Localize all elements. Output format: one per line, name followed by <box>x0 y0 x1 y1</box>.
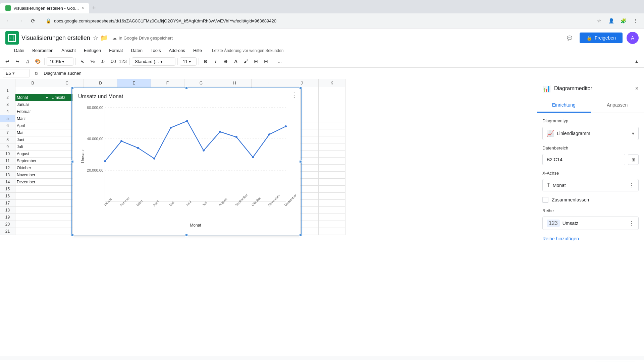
row-header-10[interactable]: 10 <box>0 150 15 158</box>
row-header-8[interactable]: 8 <box>0 136 15 143</box>
menu-item-hilfe[interactable]: Hilfe <box>190 47 205 54</box>
row-header-18[interactable]: 18 <box>0 207 15 214</box>
reihe-row[interactable]: 123 Umsatz ⋮ <box>542 217 639 230</box>
row-header-21[interactable]: 21 <box>0 228 15 235</box>
cell-b7[interactable]: Mai <box>15 129 50 136</box>
highlight-color-button[interactable]: 🖌 <box>241 57 251 66</box>
reload-button[interactable]: ⟳ <box>28 16 38 25</box>
font-size-selector[interactable]: 11 ▾ <box>180 57 197 66</box>
cell-b2-header[interactable]: Monat ▼ <box>15 94 50 101</box>
cell-k9[interactable] <box>319 143 345 150</box>
comments-button[interactable]: 💬 <box>564 32 576 44</box>
handle-br[interactable] <box>299 234 302 237</box>
row-header-2[interactable]: 2 <box>0 94 15 101</box>
formula-content[interactable]: Diagramme suchen <box>44 71 641 76</box>
handle-tr[interactable] <box>299 86 302 89</box>
add-reihe-button[interactable]: Reihe hinzufügen <box>542 233 639 244</box>
row-header-11[interactable]: 11 <box>0 158 15 165</box>
row-header-9[interactable]: 9 <box>0 143 15 150</box>
chart-container[interactable]: ⋮ Umsatz und Monat 60.000,00 <box>72 88 301 235</box>
italic-button[interactable]: I <box>211 57 220 66</box>
row-header-15[interactable]: 15 <box>0 186 15 193</box>
col-header-f[interactable]: F <box>151 79 184 87</box>
cell-k8[interactable] <box>319 136 345 143</box>
cell-b20[interactable] <box>15 221 50 228</box>
col-header-e[interactable]: E <box>117 79 151 87</box>
cell-k20[interactable] <box>319 221 345 228</box>
strikethrough-button[interactable]: S <box>221 57 230 66</box>
cell-b21[interactable] <box>15 228 50 235</box>
percent-button[interactable]: % <box>88 57 97 66</box>
cell-k2[interactable] <box>319 94 345 101</box>
merge-button[interactable]: ⊟ <box>261 57 271 66</box>
print-button[interactable]: 🖨 <box>23 57 32 66</box>
cell-b6[interactable]: April <box>15 122 50 129</box>
menu-item-einfügen[interactable]: Einfügen <box>80 47 104 54</box>
menu-item-datei[interactable]: Datei <box>11 47 28 54</box>
cell-b5[interactable]: März <box>15 115 50 122</box>
col-header-d[interactable]: D <box>84 79 117 87</box>
x-achse-more-icon[interactable]: ⋮ <box>629 182 634 188</box>
paint-format-button[interactable]: 🎨 <box>33 57 42 66</box>
currency-button[interactable]: € <box>78 57 87 66</box>
row-header-5[interactable]: 5 <box>0 115 15 122</box>
row-header-20[interactable]: 20 <box>0 221 15 228</box>
row-header-19[interactable]: 19 <box>0 214 15 221</box>
address-bar[interactable]: 🔒 docs.google.com/spreadsheets/d/16sZAG8… <box>40 16 592 25</box>
handle-mr[interactable] <box>299 160 302 163</box>
more-options-button[interactable]: ... <box>275 57 284 66</box>
cell-b12[interactable]: Oktober <box>15 165 50 172</box>
drive-icon[interactable]: 📁 <box>100 34 108 42</box>
cell-b8[interactable]: Juni <box>15 136 50 143</box>
cell-k4[interactable] <box>319 108 345 115</box>
tab-close-button[interactable]: × <box>82 6 84 10</box>
handle-bl[interactable] <box>71 234 74 237</box>
cell-b16[interactable] <box>15 193 50 200</box>
cell-k12[interactable] <box>319 165 345 172</box>
cell-k3[interactable] <box>319 101 345 108</box>
cell-k19[interactable] <box>319 214 345 221</box>
row-header-14[interactable]: 14 <box>0 179 15 186</box>
cell-k17[interactable] <box>319 200 345 207</box>
handle-tm[interactable] <box>185 86 188 89</box>
menu-item-tools[interactable]: Tools <box>147 47 164 54</box>
x-achse-field[interactable]: T Monat ⋮ <box>542 179 639 191</box>
col-header-b[interactable]: B <box>15 79 50 87</box>
cell-b19[interactable] <box>15 214 50 221</box>
cell-b3[interactable]: Januar <box>15 101 50 108</box>
new-tab-button[interactable]: + <box>89 3 99 13</box>
bold-button[interactable]: B <box>201 57 210 66</box>
share-button[interactable]: 🔒 Freigeben <box>580 33 623 43</box>
cell-k5[interactable] <box>319 115 345 122</box>
tab-anpassen[interactable]: Anpassen <box>591 98 644 113</box>
menu-item-format[interactable]: Format <box>106 47 126 54</box>
format-type-selector[interactable]: Standard (... ▾ <box>132 57 175 66</box>
profile-icon[interactable]: 👤 <box>606 16 616 25</box>
sidebar-close-button[interactable]: × <box>635 85 639 92</box>
text-color-button[interactable]: A <box>231 57 240 66</box>
menu-item-daten[interactable]: Daten <box>127 47 146 54</box>
cell-b4[interactable]: Februar <box>15 108 50 115</box>
chart-options-button[interactable]: ⋮ <box>291 91 298 99</box>
extensions-icon[interactable]: 🧩 <box>619 16 628 25</box>
decimal-less-button[interactable]: .0 <box>98 57 107 66</box>
handle-bm[interactable] <box>185 234 188 237</box>
user-avatar[interactable]: A <box>627 32 639 44</box>
cell-b15[interactable] <box>15 186 50 193</box>
zusammenfassen-checkbox[interactable] <box>542 197 548 203</box>
back-button[interactable]: ← <box>4 16 13 25</box>
cell-k10[interactable] <box>319 150 345 158</box>
handle-tl[interactable] <box>71 86 74 89</box>
cell-k14[interactable] <box>319 179 345 186</box>
menu-item-ansicht[interactable]: Ansicht <box>58 47 79 54</box>
monat-filter-icon[interactable]: ▼ <box>45 96 49 100</box>
diagrammtyp-dropdown[interactable]: 📈 Liniendiagramm ▾ <box>542 127 639 140</box>
handle-ml[interactable] <box>71 160 74 163</box>
datenbereich-field[interactable]: B2:C14 <box>542 154 625 165</box>
horizontal-scrollbar[interactable] <box>0 356 644 360</box>
menu-item-addons[interactable]: Add-ons <box>165 47 188 54</box>
cell-k7[interactable] <box>319 129 345 136</box>
col-header-k[interactable]: K <box>319 79 345 87</box>
row-header-4[interactable]: 4 <box>0 108 15 115</box>
borders-button[interactable]: ⊞ <box>251 57 261 66</box>
